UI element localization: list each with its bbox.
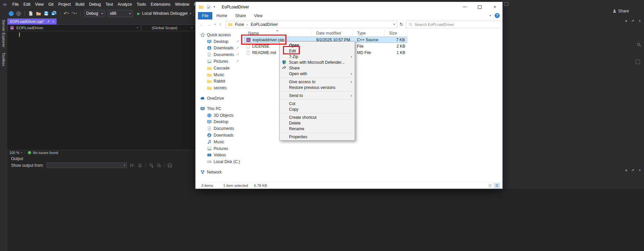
- context-menu-item-rename[interactable]: Rename: [280, 126, 355, 132]
- properties-check-icon[interactable]: [206, 5, 211, 9]
- maximize-button[interactable]: [472, 2, 487, 12]
- column-header-size[interactable]: Size: [385, 30, 407, 37]
- open-file-icon[interactable]: [36, 11, 41, 16]
- vs-menu-analyze[interactable]: Analyze: [115, 1, 134, 8]
- new-project-icon[interactable]: [28, 11, 33, 16]
- vs-menu-build[interactable]: Build: [73, 1, 87, 8]
- customize-quick-access-icon[interactable]: ▾: [214, 5, 215, 8]
- context-menu-item-share[interactable]: Share: [280, 65, 355, 71]
- context-menu-item-restore-previous-versions[interactable]: Restore previous versions: [280, 85, 355, 90]
- column-header-date-modified[interactable]: Date modified: [312, 30, 353, 37]
- nav-item-onedrive[interactable]: OneDrive: [196, 95, 243, 102]
- context-menu-item-copy[interactable]: Copy: [280, 106, 355, 112]
- document-tab-eoploaddriver[interactable]: EOPLoadDriver.cpp* ×: [7, 18, 57, 24]
- close-button[interactable]: ×: [487, 2, 502, 12]
- toggle-output-panel-icon[interactable]: [167, 163, 172, 168]
- close-icon[interactable]: ×: [639, 168, 641, 172]
- nav-item-documents[interactable]: Documents: [196, 125, 243, 132]
- nav-item-cascade[interactable]: Cascade: [196, 65, 243, 71]
- solution-explorer-toolbar-icon[interactable]: [636, 60, 640, 64]
- window-position-icon[interactable]: ▾: [625, 19, 627, 23]
- nav-item-secrets[interactable]: secrets: [196, 85, 243, 91]
- start-debugging-button[interactable]: ▶ Local Windows Debugger ▾: [137, 11, 191, 16]
- context-menu-item-7-zip[interactable]: 7-Zip›: [280, 54, 355, 59]
- navigate-back-icon[interactable]: ←: [9, 11, 14, 16]
- expand-ribbon-icon[interactable]: ▾: [490, 14, 491, 17]
- context-menu-item-cut[interactable]: Cut: [280, 101, 355, 106]
- clear-all-output-icon[interactable]: [149, 163, 153, 168]
- nav-item-local-disk-c[interactable]: Local Disk (C:): [196, 158, 243, 165]
- breadcrumb-fuse[interactable]: Fuse: [234, 22, 245, 27]
- vs-menu-tools[interactable]: Tools: [134, 1, 148, 8]
- output-source-dropdown[interactable]: ▾: [47, 162, 127, 168]
- address-dropdown-icon[interactable]: ▾: [393, 23, 395, 26]
- nav-item-pictures[interactable]: Pictures: [196, 145, 243, 152]
- ribbon-tab-share[interactable]: Share: [231, 12, 250, 19]
- details-view-icon[interactable]: [487, 183, 493, 188]
- nav-item-desktop[interactable]: Desktop: [196, 38, 243, 45]
- nav-item-pictures[interactable]: Pictures: [196, 58, 243, 65]
- goto-previous-message-icon[interactable]: [130, 163, 135, 168]
- save-all-icon[interactable]: [51, 11, 57, 16]
- minimize-button[interactable]: [457, 2, 472, 12]
- nav-item-downloads[interactable]: Downloads: [196, 132, 243, 139]
- thumbnail-view-icon[interactable]: [494, 183, 500, 188]
- nav-item-this-pc[interactable]: This PC: [196, 105, 243, 112]
- context-menu-item-properties[interactable]: Properties: [280, 134, 355, 140]
- pin-icon[interactable]: [631, 168, 635, 172]
- breadcrumb-eoploaddriver[interactable]: EoPLoadDriver: [250, 22, 278, 27]
- refresh-icon[interactable]: ↻: [400, 22, 403, 27]
- context-menu-item-delete[interactable]: Delete: [280, 120, 355, 126]
- navigate-forward-icon[interactable]: →: [16, 11, 21, 16]
- nav-item-music[interactable]: Music: [196, 71, 243, 78]
- window-position-icon[interactable]: ▾: [625, 168, 627, 172]
- context-menu-item-open-with[interactable]: Open with›: [280, 71, 355, 77]
- issues-indicator[interactable]: ✓ No issues found: [28, 151, 58, 155]
- nav-item-3d-objects[interactable]: 3D Objects: [196, 112, 243, 119]
- vs-menu-window[interactable]: Window: [173, 1, 192, 8]
- nav-item-music[interactable]: Music: [196, 139, 243, 145]
- ribbon-tab-home[interactable]: Home: [212, 12, 231, 19]
- nav-item-documents[interactable]: Documents: [196, 51, 243, 58]
- vs-menu-git[interactable]: Git: [46, 1, 56, 8]
- nav-item-downloads[interactable]: Downloads: [196, 45, 243, 52]
- redo-icon[interactable]: ↷▾: [71, 11, 77, 16]
- project-scope-dropdown[interactable]: ++ EOPLoadDriver ▾: [7, 24, 141, 31]
- vs-menu-extensions[interactable]: Extensions: [148, 1, 173, 8]
- solution-configurations-dropdown[interactable]: Debug▾: [84, 10, 105, 17]
- context-menu-item-create-shortcut[interactable]: Create shortcut: [280, 114, 355, 120]
- vs-menu-edit[interactable]: Edit: [21, 1, 33, 8]
- ribbon-tab-view[interactable]: View: [250, 12, 267, 19]
- vs-menu-view[interactable]: View: [33, 1, 46, 8]
- server-explorer-tab[interactable]: Server Explorer: [2, 20, 6, 47]
- save-icon[interactable]: [44, 11, 49, 16]
- context-menu-item-scan-with-microsoft-defender[interactable]: Scan with Microsoft Defender...: [280, 59, 355, 65]
- nav-item-quick-access[interactable]: Quick access: [196, 32, 243, 38]
- context-menu-item-give-access-to[interactable]: Give access to›: [280, 79, 355, 85]
- recent-locations-icon[interactable]: ▾: [214, 23, 216, 26]
- breadcrumb[interactable]: Fuse›EoPLoadDriver ▾: [226, 21, 397, 28]
- global-scope-dropdown[interactable]: (Global Scope) ▾: [141, 24, 195, 31]
- goto-next-message-icon[interactable]: [138, 163, 142, 168]
- code-editor[interactable]: [7, 31, 195, 150]
- vs-menu-file[interactable]: File: [10, 1, 21, 8]
- nav-item-network[interactable]: Network: [196, 169, 243, 175]
- forward-icon[interactable]: →: [207, 22, 211, 27]
- vs-menu-project[interactable]: Project: [56, 1, 73, 8]
- search-solution-explorer-icon[interactable]: [637, 42, 641, 47]
- vs-menu-test[interactable]: Test: [103, 1, 115, 8]
- toolbox-tab[interactable]: Toolbox: [2, 53, 6, 66]
- close-icon[interactable]: ×: [639, 19, 641, 23]
- vs-menu-debug[interactable]: Debug: [87, 1, 103, 8]
- help-icon[interactable]: ?: [495, 13, 500, 18]
- context-menu-item-send-to[interactable]: Send to›: [280, 93, 355, 98]
- close-tab-icon[interactable]: ×: [52, 20, 54, 23]
- nav-item-rabbit[interactable]: Rabbit: [196, 78, 243, 85]
- pin-icon[interactable]: [631, 19, 635, 23]
- ribbon-tab-file[interactable]: File: [198, 12, 212, 19]
- nav-item-desktop[interactable]: Desktop: [196, 119, 243, 126]
- search-box[interactable]: Search EoPLoadDriver: [406, 21, 501, 28]
- up-icon[interactable]: ↑: [219, 22, 221, 27]
- solution-platforms-dropdown[interactable]: x86▾: [108, 10, 133, 17]
- back-icon[interactable]: ←: [200, 22, 204, 27]
